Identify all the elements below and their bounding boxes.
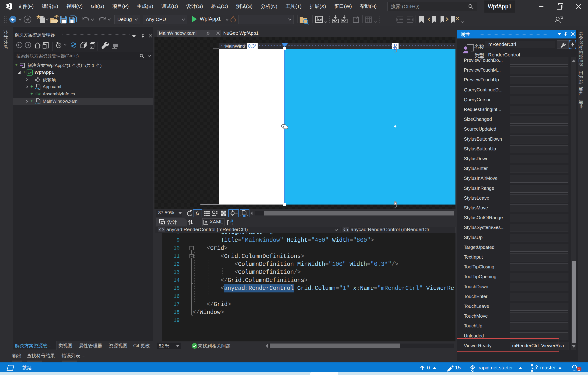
svg-text:fx: fx: [196, 211, 199, 216]
svg-text:0: 0: [427, 365, 430, 371]
svg-text:C#: C#: [28, 71, 32, 74]
svg-text:master: master: [540, 365, 556, 371]
svg-text:1: 1: [578, 367, 580, 371]
svg-text:C#: C#: [35, 92, 41, 96]
svg-text:15: 15: [455, 365, 461, 371]
svg-text:0.3*: 0.3*: [248, 43, 256, 49]
svg-text:rapid.net.starter: rapid.net.starter: [479, 365, 513, 370]
